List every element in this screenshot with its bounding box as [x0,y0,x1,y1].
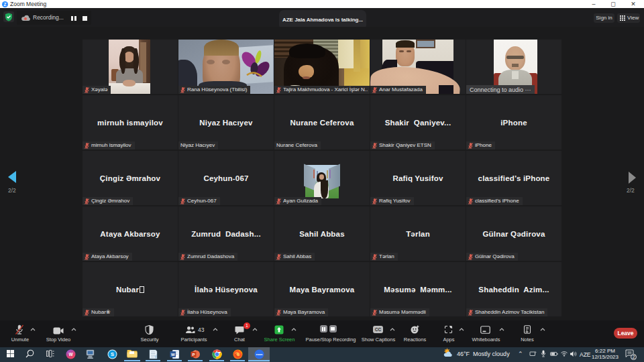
svg-text:W: W [68,352,73,357]
svg-text:W: W [171,353,175,357]
svg-text:P: P [192,353,195,357]
svg-text:S: S [111,351,114,357]
svg-text:zoom: zoom [256,353,262,356]
svg-text:Z: Z [4,1,7,6]
